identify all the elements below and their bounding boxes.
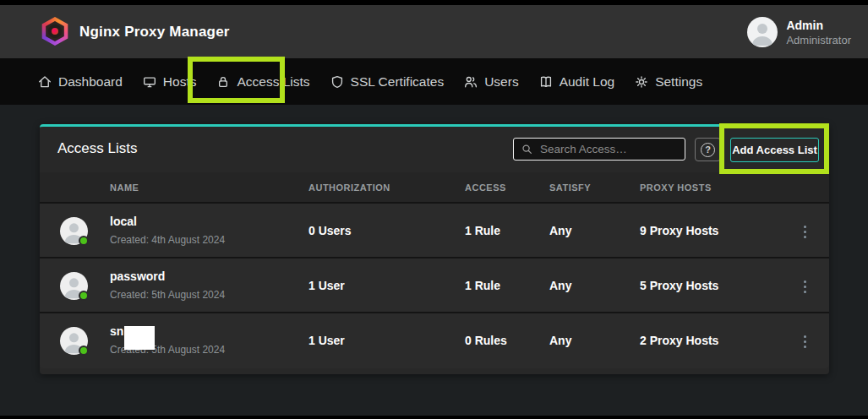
authorization-value: 1 User	[308, 334, 345, 347]
nav-item-users[interactable]: Users	[463, 74, 518, 90]
row-avatar	[60, 272, 88, 300]
search-input[interactable]	[540, 143, 678, 155]
online-status-dot	[79, 346, 89, 356]
table-header: Name Authorization Access Satisfy Proxy …	[40, 172, 829, 204]
authorization-value: 0 Users	[308, 224, 352, 237]
column-header-access: Access	[465, 182, 506, 193]
redaction-box	[124, 326, 155, 350]
row-actions-kebab-icon[interactable]	[794, 220, 815, 243]
nav-item-dashboard[interactable]: Dashboard	[37, 74, 123, 90]
proxy-hosts-value: 9 Proxy Hosts	[640, 224, 718, 237]
satisfy-value: Any	[549, 279, 571, 292]
lock-icon	[216, 74, 231, 90]
access-value: 1 Rule	[465, 224, 500, 237]
proxy-hosts-value: 2 Proxy Hosts	[640, 334, 718, 347]
access-list-name: password	[110, 269, 225, 284]
row-avatar	[60, 327, 88, 355]
access-list-name: local	[110, 215, 225, 229]
help-button[interactable]: ?	[695, 138, 721, 161]
person-icon	[747, 17, 778, 47]
search-box	[513, 138, 685, 161]
column-header-satisfy: Satisfy	[549, 182, 591, 193]
users-icon	[463, 74, 478, 90]
proxy-hosts-value: 5 Proxy Hosts	[640, 279, 718, 292]
table-row[interactable]: password Created: 5th August 2024 1 User…	[40, 258, 829, 313]
column-header-authorization: Authorization	[308, 182, 390, 193]
main-nav: Dashboard Hosts Access Lists SSL Certifi…	[0, 58, 868, 105]
npm-logo-icon	[41, 17, 69, 46]
satisfy-value: Any	[549, 224, 571, 237]
created-date: Created: 5th August 2024	[110, 288, 225, 302]
book-icon	[538, 74, 554, 90]
app-header: Nginx Proxy Manager Admin Administrator	[0, 5, 868, 58]
gear-icon	[634, 74, 649, 90]
nav-item-settings[interactable]: Settings	[634, 74, 702, 90]
user-avatar	[747, 17, 778, 47]
online-status-dot	[79, 291, 89, 301]
user-role: Administrator	[786, 33, 851, 47]
row-actions-kebab-icon[interactable]	[794, 329, 815, 353]
access-value: 0 Rules	[465, 334, 507, 347]
nav-item-access-lists[interactable]: Access Lists	[216, 74, 309, 90]
monitor-icon	[142, 74, 157, 90]
nginx-proxy-manager-app: Nginx Proxy Manager Admin Administrator …	[0, 0, 868, 419]
nav-item-ssl-certificates[interactable]: SSL Certificates	[330, 74, 445, 90]
search-icon	[521, 142, 533, 156]
created-date: Created: 4th August 2024	[110, 233, 225, 247]
home-icon	[37, 74, 52, 90]
user-menu[interactable]: Admin Administrator	[747, 17, 851, 47]
table-row[interactable]: sn Created: 5th August 2024 1 User 0 Rul…	[40, 313, 829, 368]
column-header-name: Name	[110, 182, 139, 193]
nav-item-hosts[interactable]: Hosts	[142, 74, 197, 90]
window-bottom-edge	[0, 416, 868, 419]
row-actions-kebab-icon[interactable]	[794, 275, 815, 298]
access-lists-panel: Access Lists ? Add Access List Name Auth…	[40, 124, 829, 374]
user-name: Admin	[786, 18, 851, 33]
satisfy-value: Any	[549, 334, 571, 347]
table-row[interactable]: local Created: 4th August 2024 0 Users 1…	[40, 204, 829, 258]
row-avatar	[60, 217, 88, 245]
app-title: Nginx Proxy Manager	[79, 24, 230, 41]
question-circle-icon: ?	[701, 143, 715, 157]
page-title: Access Lists	[57, 140, 137, 157]
access-value: 1 Rule	[465, 279, 500, 292]
authorization-value: 1 User	[308, 279, 345, 292]
online-status-dot	[79, 236, 89, 246]
column-header-proxy-hosts: Proxy Hosts	[640, 182, 712, 193]
shield-icon	[330, 74, 345, 90]
nav-item-audit-log[interactable]: Audit Log	[538, 74, 615, 90]
add-access-list-button[interactable]: Add Access List	[730, 138, 819, 162]
panel-titlebar: Access Lists ? Add Access List	[40, 127, 829, 172]
